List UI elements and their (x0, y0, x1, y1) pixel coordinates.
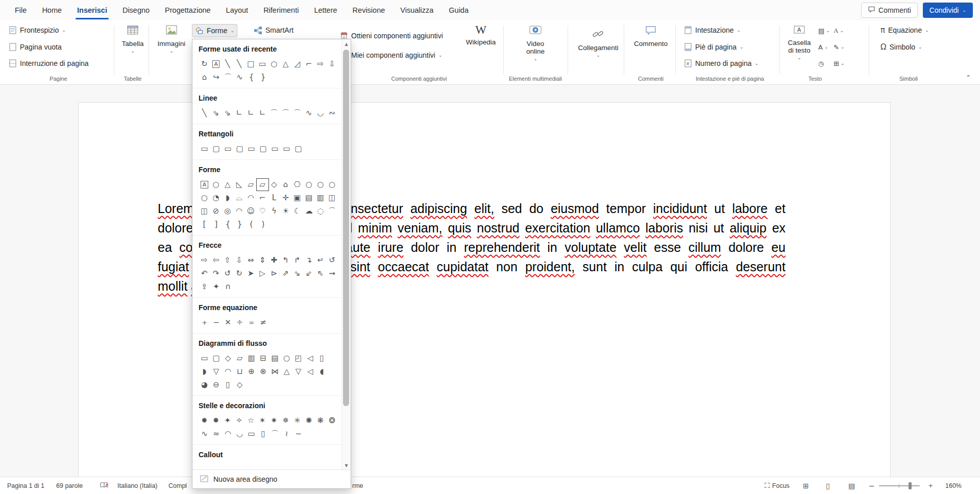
forme-button[interactable]: Forme ⌄ (192, 24, 237, 37)
page-indicator[interactable]: Pagina 1 di 1 (7, 477, 44, 494)
shape-cell[interactable]: ↺ (326, 254, 338, 266)
shape-cell[interactable]: ▥ (246, 352, 257, 364)
shape-cell[interactable]: △ (280, 58, 291, 70)
tab-progettazione[interactable]: Progettazione (157, 0, 218, 20)
shape-cell[interactable]: ○ (281, 352, 292, 364)
shape-cell[interactable]: ▯ (222, 379, 234, 391)
shape-cell[interactable]: ▽ (292, 366, 304, 378)
data-ora-button[interactable]: ◷ (818, 57, 824, 69)
tab-inserisci[interactable]: Inserisci (69, 0, 115, 20)
immagini-button[interactable]: Immagini ⌄ (155, 23, 188, 54)
shape-cell[interactable]: ⊳ (268, 268, 280, 279)
shape-cell[interactable]: ○ (303, 179, 315, 191)
shape-cell[interactable]: ▭ (257, 58, 268, 70)
tab-visualizza[interactable]: Visualizza (393, 0, 441, 20)
tab-file[interactable]: File (7, 0, 34, 20)
proofing-status[interactable]: ✗ (100, 477, 108, 494)
shape-cell[interactable]: ⇙ (303, 268, 315, 279)
zoom-out-button[interactable]: − (869, 477, 875, 494)
shape-cell[interactable]: ▢ (210, 143, 222, 155)
shape-cell[interactable]: ▥ (315, 192, 327, 204)
shape-cell[interactable]: ▢ (292, 143, 304, 155)
shape-cell[interactable]: ⊘ (210, 205, 222, 217)
tab-riferimenti[interactable]: Riferimenti (256, 0, 306, 20)
shape-cell[interactable]: ✶ (257, 415, 268, 427)
commento-button[interactable]: Commento (631, 23, 670, 48)
shape-cell[interactable]: ✺ (303, 415, 315, 427)
shape-cell[interactable]: ⇨ (199, 254, 210, 266)
shape-cell[interactable]: ✵ (280, 415, 291, 427)
tab-guida[interactable]: Guida (441, 0, 476, 20)
web-layout-button[interactable]: ▤ (848, 477, 855, 494)
shape-cell[interactable]: ⌒ (280, 107, 291, 119)
shape-cell[interactable]: ☆ (245, 415, 257, 427)
shape-cell[interactable]: □ (245, 58, 257, 70)
shape-cell[interactable]: ⌒ (268, 107, 280, 119)
shape-cell[interactable]: ⌒ (291, 107, 303, 119)
shape-cell[interactable]: ○ (268, 58, 280, 70)
equazione-button[interactable]: π Equazione ⌄ (878, 24, 932, 36)
shape-cell[interactable]: ⌒ (326, 205, 338, 217)
shape-cell[interactable]: ✹ (199, 415, 210, 427)
zoom-slider[interactable] (879, 477, 920, 494)
shape-cell[interactable]: ⌐ (303, 58, 315, 70)
shape-cell[interactable]: ⇕ (257, 254, 268, 266)
share-button[interactable]: Condividi ⌄ (923, 3, 973, 18)
shape-cell[interactable]: ◿ (291, 58, 303, 70)
shape-cell[interactable]: ÷ (234, 317, 246, 328)
shape-cell[interactable]: ∼ (292, 428, 304, 440)
shape-cell[interactable]: ⌐ (257, 192, 268, 204)
tab-disegno[interactable]: Disegno (115, 0, 157, 20)
shape-cell[interactable]: ⌂ (199, 72, 210, 83)
tabella-button[interactable]: Tabella ⌄ (117, 23, 148, 54)
shape-cell[interactable]: ↴ (303, 254, 315, 266)
shape-cell[interactable]: ▭ (246, 428, 257, 440)
shape-cell[interactable]: ▱ (245, 179, 257, 191)
parti-rapide-button[interactable]: ▤⌄ (818, 25, 830, 37)
pagina-vuota-button[interactable]: Pagina vuota (6, 41, 64, 53)
word-count[interactable]: 69 parole (56, 477, 83, 494)
shape-cell[interactable]: ▭ (281, 143, 292, 155)
zoom-percentage[interactable]: 160% (945, 477, 962, 494)
shape-cell[interactable]: ▭ (246, 143, 257, 155)
shape-cell[interactable]: ≀ (281, 428, 292, 440)
shape-cell[interactable]: ⊗ (257, 366, 269, 378)
shape-cell[interactable]: ▭ (199, 352, 210, 364)
video-online-button[interactable]: Video online ⌄ (519, 23, 552, 61)
shape-cell[interactable]: ≠ (257, 317, 269, 328)
shape-cell[interactable]: ✸ (210, 415, 222, 427)
shape-cell[interactable]: ◇ (234, 379, 246, 391)
shape-cell[interactable]: ▯ (316, 352, 328, 364)
shape-cell[interactable]: ( (246, 219, 257, 230)
shape-cell[interactable]: ◫ (199, 205, 210, 217)
shape-cell[interactable]: ▢ (210, 352, 222, 364)
frontespizio-button[interactable]: Frontespizio ⌄ (6, 24, 68, 36)
shape-cell[interactable]: ◠ (222, 428, 234, 440)
focus-mode-button[interactable]: ⛶ Focus (765, 477, 790, 494)
shape-cell[interactable]: ▤ (269, 352, 281, 364)
tab-home[interactable]: Home (34, 0, 69, 20)
shape-cell[interactable]: ＋ (199, 317, 210, 328)
shape-cell[interactable]: A (199, 179, 210, 191)
tab-layout[interactable]: Layout (218, 0, 256, 20)
print-layout-button[interactable]: ▯ (826, 477, 830, 494)
ribbon-collapse-button[interactable]: ⌃ (966, 74, 971, 81)
shape-cell[interactable]: ✳ (291, 415, 303, 427)
shape-cell[interactable]: } (234, 219, 246, 230)
shape-cell[interactable]: ✚ (268, 254, 280, 266)
shape-cell[interactable]: ⋈ (269, 366, 281, 378)
shape-cell[interactable]: ▢ (257, 143, 269, 155)
shape-cell[interactable]: ⊔ (234, 366, 246, 378)
shape-cell[interactable]: ＝ (246, 317, 257, 328)
shape-cell[interactable]: { (222, 219, 234, 230)
shape-cell[interactable]: △ (281, 366, 292, 378)
shape-cell[interactable]: ☁ (303, 205, 315, 217)
shape-cell[interactable]: ↵ (315, 254, 327, 266)
nuova-area-disegno-item[interactable]: Nuova area disegno (192, 469, 351, 488)
shape-cell[interactable]: ⇖ (315, 268, 327, 279)
wordart-button[interactable]: A⌄ (834, 25, 844, 37)
shape-cell[interactable]: ⇝ (326, 268, 338, 279)
shape-cell[interactable]: ▷ (257, 268, 268, 279)
shapes-menu-scrollbar[interactable]: ▲ ▼ (341, 39, 351, 470)
shape-cell[interactable]: ⇗ (280, 268, 291, 279)
